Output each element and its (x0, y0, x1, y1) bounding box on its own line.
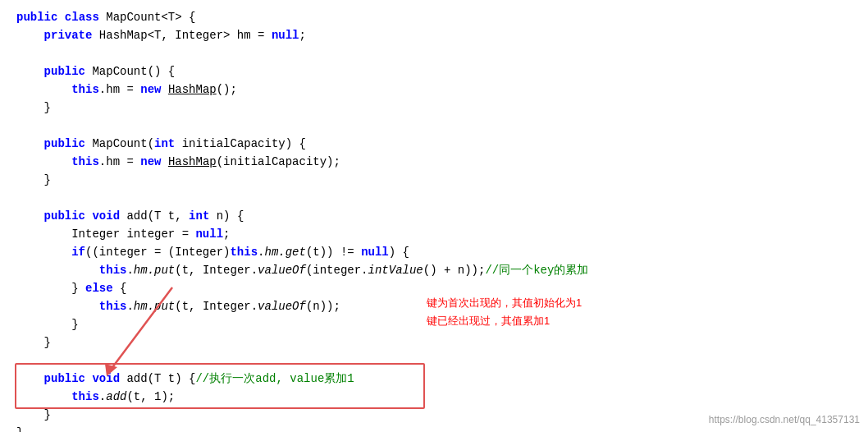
keyword-null-2: null (195, 225, 223, 243)
type-integer: Integer integer = (71, 225, 195, 243)
keyword-int-1: int (154, 135, 175, 153)
keyword-public-2: public (44, 62, 85, 80)
keyword-new-2: new (140, 153, 161, 171)
keyword-null: null (272, 26, 299, 44)
code-line-7 (0, 117, 868, 135)
type-hashmap: HashMap<T, Integer> hm = (99, 26, 272, 44)
param-n: n) { (209, 207, 244, 225)
code-line-16: } else { (0, 279, 868, 297)
code-line-15: this.hm.put(t, Integer.valueOf(integer.i… (0, 261, 868, 279)
code-line-20 (0, 352, 868, 370)
code-line-13: Integer integer = null; (0, 225, 868, 243)
method-intvalue: intValue (368, 261, 423, 279)
keyword-this-6: this (71, 388, 99, 406)
code-line-1: public class MapCount<T> { (0, 8, 868, 26)
method-hm-get: hm.get (264, 243, 305, 261)
comment-2: //执行一次add, value累加1 (195, 370, 354, 388)
method-add-1: add(T t, (126, 207, 189, 225)
code-container: public class MapCount<T> { private HashM… (0, 0, 868, 432)
constructor-mapcount: MapCount() { (92, 62, 175, 80)
keyword-class: class (65, 8, 99, 26)
keyword-public: public (16, 8, 57, 26)
code-line-10: } (0, 171, 868, 189)
keyword-void-2: void (92, 370, 120, 388)
method-valueof-1: valueOf (258, 261, 306, 279)
code-line-11 (0, 189, 868, 207)
keyword-public-5: public (44, 370, 85, 388)
method-add-2: add(T t) { (126, 370, 195, 388)
keyword-private: private (44, 26, 93, 44)
keyword-this-1: this (71, 80, 99, 99)
code-line-3 (0, 44, 868, 62)
keyword-if: if (71, 243, 85, 261)
annotation-line1: 键为首次出现的，其值初始化为1 (427, 296, 582, 310)
code-line-22: this.add(t, 1); (0, 388, 868, 406)
code-line-6: } (0, 99, 868, 117)
annotation-line2: 键已经出现过，其值累加1 (427, 314, 550, 329)
code-line-21: public void add(T t) {//执行一次add, value累加… (0, 370, 868, 388)
keyword-null-3: null (361, 243, 389, 261)
code-line-14: if((integer = (Integer)this.hm.get(t)) !… (0, 243, 868, 261)
integer-valueof-1: Integer. (203, 261, 258, 279)
param-initialcapacity: initialCapacity) { (175, 135, 306, 153)
method-hm-put-1: hm.put (134, 261, 175, 279)
new-hashmap-2: HashMap (168, 153, 217, 171)
keyword-public-3: public (44, 135, 85, 153)
method-this-add: add (106, 388, 126, 406)
code-line-8: public MapCount(int initialCapacity) { (0, 135, 868, 153)
keyword-this-3: this (230, 243, 258, 261)
keyword-this-5: this (99, 297, 127, 315)
method-hm-put-2: hm.put (134, 297, 175, 315)
code-line-4: public MapCount() { (0, 62, 868, 80)
code-line-18: } (0, 315, 95, 333)
new-hashmap-1: HashMap (168, 80, 217, 99)
keyword-void-1: void (92, 207, 120, 225)
keyword-this-2: this (71, 153, 99, 171)
integer-valueof-2: Integer. (203, 297, 258, 315)
keyword-new-1: new (140, 80, 161, 99)
keyword-public-4: public (44, 207, 85, 225)
keyword-else: else (85, 279, 113, 297)
code-line-2: private HashMap<T, Integer> hm = null; (0, 26, 868, 44)
code-line-12: public void add(T t, int n) { (0, 207, 868, 225)
code-line-17: this.hm.put(t, Integer.valueOf(n)); (0, 297, 357, 315)
code-line-19: } (0, 333, 868, 352)
constructor-mapcount-2: MapCount( (92, 135, 154, 153)
code-line-9: this.hm = new HashMap(initialCapacity); (0, 153, 868, 171)
watermark: https://blog.csdn.net/qq_41357131 (709, 414, 860, 425)
code-line-5: this.hm = new HashMap(); (0, 80, 868, 99)
class-mapcount: MapCount<T> { (106, 8, 195, 26)
keyword-this-4: this (99, 261, 127, 279)
keyword-int-2: int (189, 207, 209, 225)
comment-1: //同一个key的累加 (485, 261, 588, 279)
method-valueof-2: valueOf (258, 297, 306, 315)
